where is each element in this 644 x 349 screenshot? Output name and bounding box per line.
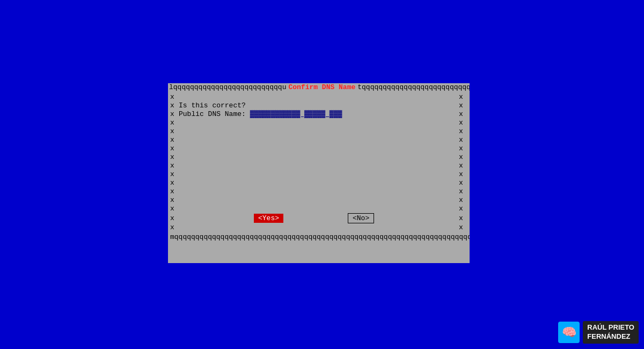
no-button[interactable]: <No> (348, 213, 374, 223)
watermark-icon: 🧠 (558, 322, 580, 343)
question-text: Is this correct? (179, 101, 459, 110)
row-marker-right: x (459, 93, 467, 101)
terminal-row-question: x Is this correct? x (168, 101, 470, 110)
terminal-row-empty-11: x x (168, 196, 470, 205)
watermark: 🧠 RAÚL PRIETO FERNÁNDEZ (558, 321, 639, 344)
terminal-row-empty-7: x x (168, 162, 470, 170)
terminal-row-empty-1: x x (168, 93, 470, 101)
dns-label: Public DNS Name: (179, 110, 246, 118)
row-marker-left: x (170, 93, 179, 101)
terminal-bottom-border: mqqqqqqqqqqqqqqqqqqqqqqqqqqqqqqqqqqqqqqq… (168, 233, 470, 242)
title-confirm-text: Confirm DNS Name (288, 83, 355, 92)
terminal-row-empty-10: x x (168, 187, 470, 196)
terminal-row-empty-4: x x (168, 136, 470, 144)
terminal-row-dns: x Public DNS Name: ▓▓▓▓▓▓▓▓▓▓▓▓ ▓▓▓▓▓ ▓▓… (168, 110, 470, 119)
terminal-row-empty-9: x x (168, 179, 470, 187)
terminal-row-empty-6: x x (168, 153, 470, 162)
row-marker-right-3: x (459, 110, 467, 119)
row-marker-right-2: x (459, 101, 467, 110)
terminal-button-row: x <Yes> <No> x (168, 213, 470, 223)
yes-button[interactable]: <Yes> (254, 214, 283, 223)
terminal-title-bar: lqqqqqqqqqqqqqqqqqqqqqqqqqqu Confirm DNS… (168, 83, 470, 92)
terminal-row-empty-2: x x (168, 119, 470, 127)
button-area: <Yes> <No> (179, 213, 459, 223)
dns-value: ▓▓▓▓▓▓▓▓▓▓▓▓ ▓▓▓▓▓ ▓▓▓ (250, 110, 342, 118)
watermark-line2: FERNÁNDEZ (587, 332, 634, 341)
dns-row-content: Public DNS Name: ▓▓▓▓▓▓▓▓▓▓▓▓ ▓▓▓▓▓ ▓▓▓ (179, 110, 459, 119)
terminal-dialog: lqqqqqqqqqqqqqqqqqqqqqqqqqqu Confirm DNS… (168, 83, 470, 263)
terminal-row-empty-3: x x (168, 127, 470, 136)
row-marker-left-3: x (170, 110, 179, 119)
watermark-line1: RAÚL PRIETO (587, 323, 634, 332)
terminal-row-empty-13: x x (168, 223, 470, 232)
watermark-text: RAÚL PRIETO FERNÁNDEZ (583, 321, 639, 344)
terminal-row-empty-12: x x (168, 205, 470, 213)
terminal-row-empty-5: x x (168, 144, 470, 153)
title-border-left: lqqqqqqqqqqqqqqqqqqqqqqqqqqu (169, 83, 286, 92)
title-border-right: tqqqqqqqqqqqqqqqqqqqqqqqqqqqk (357, 83, 470, 92)
terminal-row-empty-8: x x (168, 170, 470, 179)
row-marker-left-2: x (170, 101, 179, 110)
terminal-body: x x x Is this correct? x x Public DNS Na… (168, 92, 470, 233)
